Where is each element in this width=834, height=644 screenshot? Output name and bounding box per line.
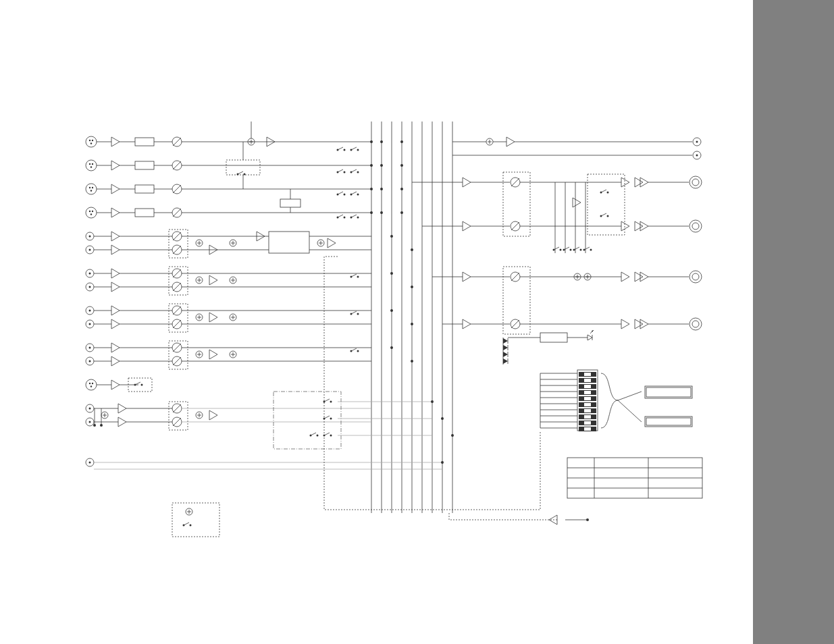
svg-rect-176 — [584, 421, 591, 425]
svg-rect-170 — [584, 403, 591, 406]
svg-point-75 — [390, 235, 393, 238]
legend-box — [172, 503, 219, 537]
svg-line-195 — [618, 400, 642, 422]
svg-rect-99 — [169, 341, 188, 369]
out-xlr-4-icon — [689, 318, 702, 330]
out-xlr-1-icon — [689, 176, 702, 188]
page: { "title": "Block Diagram — Signal Flow"… — [0, 0, 834, 644]
peak-detector — [503, 330, 594, 365]
svg-point-49 — [400, 188, 403, 190]
svg-rect-166 — [584, 391, 591, 394]
svg-line-194 — [618, 392, 642, 400]
svg-rect-174 — [584, 415, 591, 419]
svg-rect-172 — [584, 409, 591, 412]
gain-pot-icon — [172, 137, 182, 146]
svg-rect-145 — [588, 174, 625, 235]
master-r-pot — [511, 221, 520, 231]
svg-rect-139 — [503, 172, 530, 236]
svg-point-41 — [380, 164, 383, 167]
svg-point-54 — [370, 211, 373, 214]
block-diagram — [0, 0, 753, 644]
out-xlr-3-icon — [689, 271, 702, 283]
stereo-channels — [86, 230, 413, 369]
main-out-l-icon — [693, 138, 701, 146]
tab-sidebar — [753, 0, 834, 644]
peak-led-icon — [588, 330, 594, 340]
output-section — [412, 137, 702, 365]
svg-rect-60 — [280, 199, 301, 207]
svg-rect-68 — [169, 230, 188, 258]
svg-point-34 — [380, 140, 383, 143]
svg-point-40 — [370, 164, 373, 167]
svg-point-55 — [380, 211, 383, 214]
svg-rect-160 — [584, 373, 591, 376]
svg-rect-190 — [645, 386, 692, 398]
preamp-icon — [111, 137, 120, 146]
legend-switch-icon — [183, 522, 192, 527]
svg-rect-204 — [172, 503, 219, 537]
svg-point-197 — [586, 518, 589, 521]
svg-rect-115 — [169, 402, 188, 430]
svg-point-121 — [431, 400, 434, 403]
out-xlr-2-icon — [689, 220, 702, 232]
ref-table — [567, 458, 702, 498]
svg-rect-168 — [584, 397, 591, 400]
svg-point-33 — [370, 140, 373, 143]
svg-point-111 — [93, 424, 96, 427]
master-l-pot — [511, 178, 520, 187]
bus-assign-switches — [337, 147, 359, 219]
aux2-master-pot — [511, 319, 520, 329]
level-meter — [540, 370, 692, 431]
svg-point-47 — [370, 188, 373, 190]
mix-bus-group — [371, 122, 452, 513]
svg-point-42 — [400, 164, 403, 167]
main-out-r-icon — [693, 151, 701, 159]
solo-pfl-selector — [273, 392, 341, 449]
svg-point-85 — [411, 286, 413, 288]
stereo-block — [269, 232, 309, 253]
svg-point-126 — [441, 461, 444, 464]
return-section — [86, 378, 371, 430]
svg-point-122 — [441, 417, 444, 420]
svg-rect-90 — [169, 304, 188, 332]
svg-rect-178 — [584, 427, 591, 431]
svg-rect-191 — [646, 387, 691, 397]
svg-point-112 — [100, 424, 103, 427]
mono-channels — [86, 136, 403, 218]
svg-point-84 — [390, 272, 393, 275]
svg-point-123 — [451, 434, 454, 437]
svg-point-103 — [411, 360, 413, 363]
svg-rect-156 — [540, 333, 567, 342]
svg-rect-162 — [584, 379, 591, 382]
legend-sum-icon — [186, 508, 192, 515]
svg-rect-164 — [584, 385, 591, 388]
svg-point-102 — [390, 346, 393, 349]
input-xlr-icon — [86, 136, 97, 147]
svg-point-48 — [380, 188, 383, 190]
svg-point-35 — [400, 140, 403, 143]
svg-rect-193 — [646, 418, 691, 425]
svg-rect-57 — [226, 160, 260, 175]
svg-rect-81 — [169, 267, 188, 295]
output-routing-switches — [553, 182, 592, 253]
eq-block — [135, 138, 154, 146]
svg-point-93 — [390, 309, 393, 312]
svg-point-76 — [411, 248, 413, 251]
svg-point-56 — [400, 211, 403, 214]
aux1-master-pot — [511, 272, 520, 281]
two-track-in-icon — [86, 458, 94, 466]
svg-point-94 — [411, 323, 413, 325]
